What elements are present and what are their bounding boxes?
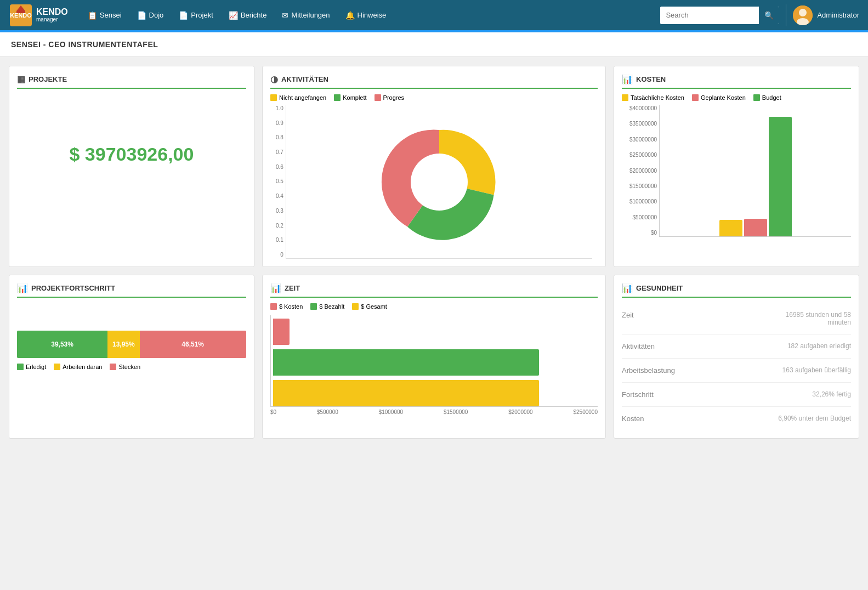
aktivitaten-icon: ◑	[270, 74, 278, 84]
bar-zeit-gesamt	[273, 380, 540, 406]
nav-item-hinweise[interactable]: 🔔 Hinweise	[339, 8, 393, 23]
kosten-chart-wrapper: $40000000 $35000000 $30000000 $25000000 …	[622, 105, 851, 237]
dot-zeit-gesamt	[352, 303, 359, 310]
kosten-title: 📊 KOSTEN	[622, 74, 851, 89]
search-box: 🔍	[660, 7, 779, 24]
aktivitaten-chart-wrapper: 1.0 0.9 0.8 0.7 0.6 0.5 0.4 0.3 0.2 0.1 …	[270, 105, 598, 259]
kosten-card: 📊 KOSTEN Tatsächliche Kosten Geplante Ko…	[614, 66, 859, 267]
dashboard: ▦ PROJEKTE $ 39703926,00 ◑ AKTIVITÄTEN N…	[0, 57, 868, 447]
gesundheit-row-aktivitaten: Aktivitäten 182 aufgaben erledigt	[622, 334, 851, 359]
legend-progres: Progres	[375, 94, 405, 101]
donut-chart	[376, 119, 502, 245]
kosten-legend: Tatsächliche Kosten Geplante Kosten Budg…	[622, 94, 851, 101]
projektfortschritt-title: 📊 PROJEKTFORTSCHRITT	[17, 283, 246, 298]
zeit-bars-area	[270, 315, 598, 407]
aktivitaten-card: ◑ AKTIVITÄTEN Nicht angefangen Komplett …	[262, 66, 606, 267]
projekt-icon: 📄	[179, 11, 188, 20]
progress-legend: Erledigt Arbeiten daran Stecken	[17, 364, 246, 370]
admin-avatar	[793, 5, 813, 25]
gesundheit-row-arbeitsbelastung: Arbeitsbelastung 163 aufgaben überfällig	[622, 359, 851, 383]
projekte-title: ▦ PROJEKTE	[17, 74, 246, 89]
zeit-bar-kosten-row	[271, 319, 598, 345]
zeit-title: 📊 ZEIT	[270, 283, 598, 298]
logo-subtitle: manager	[36, 16, 68, 23]
svg-point-5	[799, 9, 807, 16]
aktivitaten-y-labels: 1.0 0.9 0.8 0.7 0.6 0.5 0.4 0.3 0.2 0.1 …	[276, 105, 283, 259]
gesundheit-row-fortschritt: Fortschritt 32,26% fertig	[622, 383, 851, 407]
nav-item-projekt[interactable]: 📄 Projekt	[172, 8, 219, 23]
nav-item-dojo[interactable]: 📄 Dojo	[131, 8, 171, 23]
legend-tatsachlich: Tatsächliche Kosten	[622, 94, 684, 101]
zeit-bar-gesamt-row	[271, 380, 598, 406]
dot-zeit-kosten	[270, 303, 277, 310]
navbar-right: 🔍 Administrator	[660, 4, 859, 26]
aktivitaten-title: ◑ AKTIVITÄTEN	[270, 74, 598, 89]
hinweise-icon: 🔔	[345, 11, 355, 20]
logo-title: KENDO	[36, 8, 68, 16]
segment-arbeiten: 13,95%	[107, 331, 139, 358]
legend-dot-kosten-red	[692, 94, 699, 101]
legend-bezahlt: $ Bezahlt	[310, 303, 344, 310]
search-button[interactable]: 🔍	[759, 7, 779, 24]
legend-dot-kosten-yellow	[622, 94, 628, 101]
bar-tatsachlich	[719, 220, 742, 236]
gesundheit-card: 📊 GESUNDHEIT Zeit 16985 stunden und 58 m…	[614, 275, 859, 439]
nav-item-mitteilungen[interactable]: ✉ Mitteilungen	[275, 8, 336, 23]
zeit-card: 📊 ZEIT $ Kosten $ Bezahlt $ Gesamt	[262, 275, 606, 439]
stacked-bar: 39,53% 13,95% 46,51%	[17, 331, 246, 358]
donut-area	[286, 105, 592, 259]
bar-zeit-kosten	[273, 319, 290, 345]
zeit-legend: $ Kosten $ Bezahlt $ Gesamt	[270, 303, 598, 310]
gesundheit-icon: 📊	[622, 283, 633, 293]
progress-chart: 39,53% 13,95% 46,51% Erledigt Arbeiten d…	[17, 331, 246, 370]
svg-rect-3	[16, 11, 25, 13]
navbar: KENDO KENDO manager 📋 Sensei 📄 Dojo 📄 Pr…	[0, 0, 868, 30]
berichte-icon: 📈	[229, 11, 238, 20]
zeit-chart-wrapper: $0 $500000 $1000000 $1500000 $2000000 $2…	[270, 315, 598, 415]
legend-gesamt: $ Gesamt	[352, 303, 387, 310]
bar-zeit-bezahlt	[273, 349, 540, 376]
divider	[786, 4, 786, 26]
legend-arbeiten-daran: Arbeiten daran	[54, 364, 102, 370]
legend-geplant: Geplante Kosten	[692, 94, 746, 101]
aktivitaten-legend: Nicht angefangen Komplett Progres	[270, 94, 598, 101]
segment-stecken: 46,51%	[140, 331, 246, 358]
gesundheit-row-zeit: Zeit 16985 stunden und 58 minuten	[622, 303, 851, 334]
legend-budget: Budget	[753, 94, 781, 101]
legend-dot-red	[375, 94, 381, 101]
gesundheit-title: 📊 GESUNDHEIT	[622, 283, 851, 298]
segment-erledigt: 39,53%	[17, 331, 107, 358]
zeit-x-labels: $0 $500000 $1000000 $1500000 $2000000 $2…	[270, 409, 598, 415]
dot-arbeiten	[54, 364, 60, 370]
search-input[interactable]	[660, 7, 759, 24]
kosten-y-axis: $40000000 $35000000 $30000000 $25000000 …	[622, 105, 659, 237]
projektfortschritt-card: 📊 PROJEKTFORTSCHRITT 39,53% 13,95% 46,51…	[9, 275, 254, 439]
mitteilungen-icon: ✉	[282, 11, 288, 20]
projekte-card: ▦ PROJEKTE $ 39703926,00	[9, 66, 254, 267]
page-title: SENSEI - CEO INSTRUMENTENTAFEL	[11, 40, 857, 49]
legend-nicht-angefangen: Nicht angefangen	[270, 94, 326, 101]
dot-erledigt	[17, 364, 24, 370]
page-title-bar: SENSEI - CEO INSTRUMENTENTAFEL	[0, 32, 868, 57]
legend-dot-yellow	[270, 94, 277, 101]
nav-item-berichte[interactable]: 📈 Berichte	[222, 8, 274, 23]
dot-zeit-bezahlt	[310, 303, 317, 310]
legend-dot-kosten-green	[753, 94, 760, 101]
admin-label: Administrator	[817, 11, 859, 19]
admin-area[interactable]: Administrator	[793, 5, 859, 25]
kosten-icon: 📊	[622, 74, 633, 84]
svg-point-7	[411, 154, 468, 211]
sensei-icon: 📋	[88, 11, 97, 20]
logo-icon: KENDO	[9, 3, 33, 27]
projektfortschritt-icon: 📊	[17, 283, 28, 293]
nav-item-sensei[interactable]: 📋 Sensei	[81, 8, 128, 23]
bar-budget	[769, 117, 792, 236]
kosten-bars-area	[659, 105, 851, 237]
gesundheit-items: Zeit 16985 stunden und 58 minuten Aktivi…	[622, 303, 851, 430]
gesundheit-row-kosten: Kosten 6,90% unter dem Budget	[622, 407, 851, 430]
legend-stecken: Stecken	[110, 364, 140, 370]
projekte-icon: ▦	[17, 74, 25, 84]
bar-geplant	[744, 219, 767, 236]
logo[interactable]: KENDO KENDO manager	[9, 3, 68, 27]
nav-items: 📋 Sensei 📄 Dojo 📄 Projekt 📈 Berichte ✉ M…	[81, 8, 661, 23]
